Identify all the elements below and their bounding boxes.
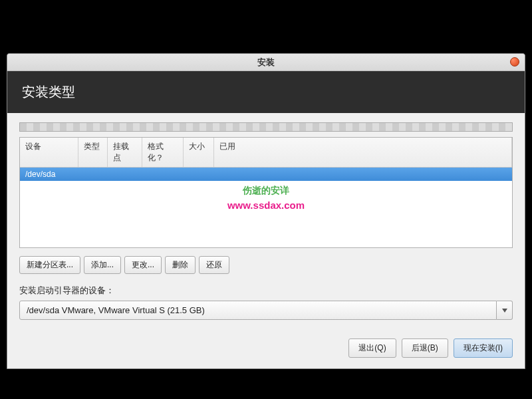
bootloader-dropdown[interactable]: /dev/sda VMware, VMware Virtual S (21.5 …: [19, 301, 513, 320]
new-partition-table-button[interactable]: 新建分区表...: [19, 256, 80, 274]
change-button[interactable]: 更改...: [124, 256, 162, 274]
disk-usage-bar[interactable]: [19, 122, 513, 132]
watermark-line2: www.ssdax.com: [20, 200, 512, 211]
watermark-line1: 伤逝的安详: [20, 185, 512, 197]
back-button[interactable]: 后退(B): [402, 338, 448, 358]
chevron-down-icon[interactable]: [497, 301, 513, 320]
page-header: 安装类型: [7, 71, 525, 113]
row-device: /dev/sda: [25, 170, 55, 179]
installer-window: 安装 安装类型 设备 类型 挂载点 格式化？ 大小 已用 /dev/sda 伤逝…: [7, 53, 525, 369]
add-button[interactable]: 添加...: [84, 256, 121, 274]
table-body: /dev/sda 伤逝的安详 www.ssdax.com: [20, 168, 512, 247]
bootloader-selected: /dev/sda VMware, VMware Virtual S (21.5 …: [19, 301, 497, 320]
page-title: 安装类型: [22, 84, 75, 99]
col-used[interactable]: 已用: [214, 138, 512, 167]
close-icon[interactable]: [510, 57, 519, 66]
revert-button[interactable]: 还原: [199, 256, 229, 274]
table-row[interactable]: /dev/sda: [20, 168, 512, 181]
col-format[interactable]: 格式化？: [142, 138, 184, 167]
partition-buttons: 新建分区表... 添加... 更改... 删除 还原: [19, 256, 513, 274]
table-header: 设备 类型 挂载点 格式化？ 大小 已用: [20, 138, 512, 168]
watermark: 伤逝的安详 www.ssdax.com: [20, 185, 512, 211]
partition-table: 设备 类型 挂载点 格式化？ 大小 已用 /dev/sda 伤逝的安详 www.…: [19, 137, 513, 248]
window-title: 安装: [257, 57, 275, 68]
titlebar: 安装: [7, 54, 525, 71]
col-mount[interactable]: 挂载点: [108, 138, 142, 167]
quit-button[interactable]: 退出(Q): [348, 338, 396, 358]
col-size[interactable]: 大小: [184, 138, 214, 167]
footer-buttons: 退出(Q) 后退(B) 现在安装(I): [19, 338, 513, 358]
install-now-button[interactable]: 现在安装(I): [454, 338, 513, 358]
bootloader-label: 安装启动引导器的设备：: [19, 285, 513, 297]
content-area: 设备 类型 挂载点 格式化？ 大小 已用 /dev/sda 伤逝的安详 www.…: [7, 113, 525, 368]
delete-button[interactable]: 删除: [165, 256, 196, 274]
col-device[interactable]: 设备: [20, 138, 78, 167]
col-type[interactable]: 类型: [78, 138, 108, 167]
